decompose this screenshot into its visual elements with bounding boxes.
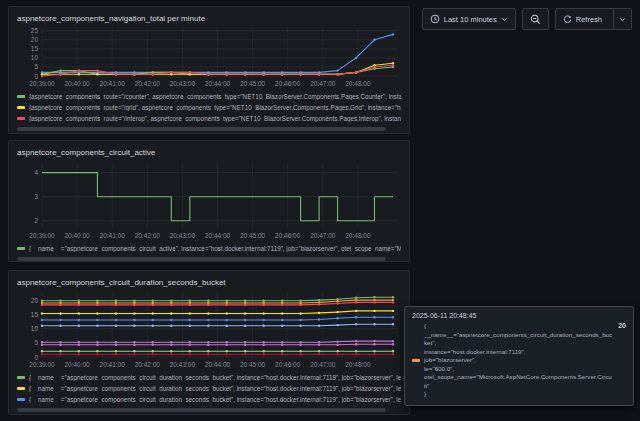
legend-label: {aspnetcore_components_route="/counter",…	[29, 93, 401, 100]
time-range-picker[interactable]: Last 10 minutes	[422, 8, 516, 30]
x-tick-label: 20:43:00	[162, 360, 202, 369]
x-tick-label: 20:47:00	[303, 79, 343, 88]
horizontal-scrollbar[interactable]	[17, 127, 386, 131]
series-color-marker	[17, 106, 25, 109]
series-color-marker	[17, 95, 25, 98]
legend-label: {aspnetcore_components_route="/interop",…	[29, 115, 401, 122]
x-tick-label: 20:40:00	[57, 231, 97, 240]
chevron-down-icon	[619, 16, 626, 23]
circuit-duration-chart[interactable]: 0510152020:39:0020:40:0020:41:0020:42:00…	[17, 291, 401, 370]
x-tick-label: 20:44:00	[198, 360, 238, 369]
x-tick-label: 20:43:00	[162, 231, 202, 240]
legend: {__name__="aspnetcore_components_circuit…	[17, 372, 401, 405]
chart-canvas	[17, 27, 401, 80]
series-color-marker	[17, 398, 25, 401]
x-tick-label: 20:47:00	[303, 231, 343, 240]
x-tick-label: 20:44:00	[198, 79, 238, 88]
circuit-active-chart[interactable]: 23420:39:0020:40:0020:41:0020:42:0020:43…	[17, 161, 401, 241]
chevron-down-icon	[501, 16, 508, 23]
x-tick-label: 20:45:00	[233, 231, 273, 240]
x-tick-label: 20:40:00	[57, 79, 97, 88]
legend: {__name__="aspnetcore_components_circuit…	[17, 243, 401, 254]
series-color-marker	[17, 117, 25, 120]
x-tick-label: 20:46:00	[268, 231, 308, 240]
panel-title: aspnetcore_components_circuit_active	[17, 145, 401, 161]
series-color-marker	[17, 376, 25, 379]
x-tick-label: 20:39:00	[22, 231, 62, 240]
x-tick-label: 20:46:00	[268, 79, 308, 88]
time-range-label: Last 10 minutes	[444, 15, 497, 24]
series-color-marker	[412, 359, 420, 362]
horizontal-scrollbar[interactable]	[17, 408, 386, 412]
chart-canvas	[17, 161, 401, 232]
x-tick-label: 20:45:00	[233, 360, 273, 369]
x-tick-label: 20:41:00	[92, 360, 132, 369]
x-tick-label: 20:41:00	[92, 231, 132, 240]
tooltip-series-row: { __name__="aspnetcore_components_circui…	[412, 322, 626, 399]
legend-item[interactable]: {__name__="aspnetcore_components_circuit…	[17, 394, 401, 405]
x-tick-label: 20:43:00	[162, 79, 202, 88]
legend-item[interactable]: {__name__="aspnetcore_components_circuit…	[17, 372, 401, 383]
x-tick-label: 20:46:00	[268, 360, 308, 369]
legend-label: {__name__="aspnetcore_components_circuit…	[29, 396, 401, 403]
navigation-chart[interactable]: 051015202520:39:0020:40:0020:41:0020:42:…	[17, 27, 401, 89]
panel-title: aspnetcore_components_navigation_total p…	[17, 11, 401, 27]
legend-label: {__name__="aspnetcore_components_circuit…	[29, 385, 401, 392]
legend-item[interactable]: {__name__="aspnetcore_components_circuit…	[17, 243, 401, 254]
legend-item[interactable]: {aspnetcore_components_route="/counter",…	[17, 91, 401, 102]
series-color-marker	[17, 247, 25, 250]
legend-label: {__name__="aspnetcore_components_circuit…	[29, 245, 401, 252]
x-tick-label: 20:42:00	[127, 79, 167, 88]
tooltip-series-label: { __name__="aspnetcore_components_circui…	[424, 322, 612, 399]
refresh-button[interactable]: Refresh	[556, 9, 609, 29]
legend: {aspnetcore_components_route="/counter",…	[17, 91, 401, 124]
legend-item[interactable]: {aspnetcore_components_route="/grid", as…	[17, 102, 401, 113]
x-tick-label: 20:40:00	[57, 360, 97, 369]
panel-circuit-active: aspnetcore_components_circuit_active 234…	[8, 140, 410, 262]
refresh-icon	[563, 15, 572, 24]
zoom-out-button[interactable]	[522, 8, 549, 30]
tooltip-value: 20	[618, 322, 626, 329]
x-tick-label: 20:41:00	[92, 79, 132, 88]
zoom-out-icon	[530, 14, 541, 25]
panel-title: aspnetcore_components_circuit_duration_s…	[17, 275, 401, 291]
x-tick-label: 20:48:00	[338, 360, 378, 369]
legend-item[interactable]: {__name__="aspnetcore_components_circuit…	[17, 383, 401, 394]
x-tick-label: 20:42:00	[127, 231, 167, 240]
panel-navigation-total: aspnetcore_components_navigation_total p…	[8, 6, 410, 134]
x-tick-label: 20:45:00	[233, 79, 273, 88]
chart-tooltip: 2025-06-11 20:48:45 { __name__="aspnetco…	[404, 306, 634, 406]
x-tick-label: 20:48:00	[338, 79, 378, 88]
legend-label: {__name__="aspnetcore_components_circuit…	[29, 374, 401, 381]
x-tick-label: 20:42:00	[127, 360, 167, 369]
refresh-label: Refresh	[576, 15, 602, 24]
dashboard-toolbar: Last 10 minutes Refresh	[422, 8, 632, 30]
panel-circuit-duration-bucket: aspnetcore_components_circuit_duration_s…	[8, 270, 410, 415]
refresh-button-group: Refresh	[555, 8, 632, 30]
legend-item[interactable]: {aspnetcore_components_route="/interop",…	[17, 113, 401, 124]
x-tick-label: 20:48:00	[338, 231, 378, 240]
series-color-marker	[17, 387, 25, 390]
clock-icon	[430, 14, 440, 24]
horizontal-scrollbar[interactable]	[17, 257, 386, 261]
legend-label: {aspnetcore_components_route="/grid", as…	[29, 104, 401, 111]
x-tick-label: 20:47:00	[303, 360, 343, 369]
refresh-interval-dropdown[interactable]	[613, 9, 631, 29]
x-tick-label: 20:39:00	[22, 360, 62, 369]
x-tick-label: 20:39:00	[22, 79, 62, 88]
tooltip-timestamp: 2025-06-11 20:48:45	[412, 312, 626, 319]
x-tick-label: 20:44:00	[198, 231, 238, 240]
chart-canvas	[17, 291, 401, 361]
